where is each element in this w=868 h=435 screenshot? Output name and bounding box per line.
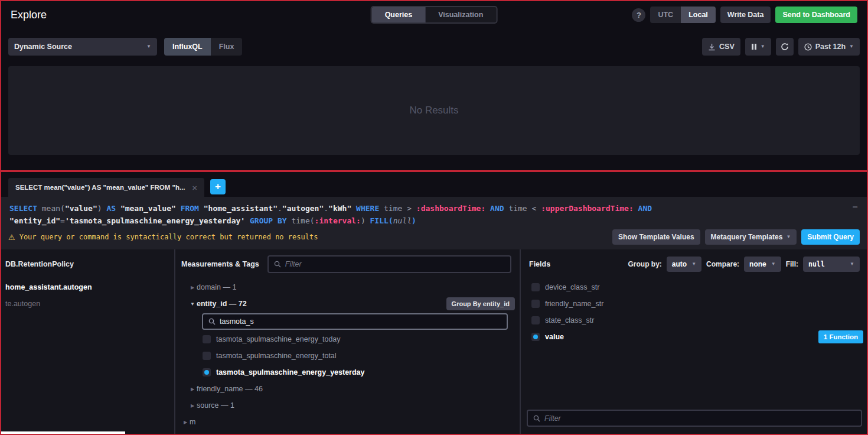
fields-filter <box>527 410 862 427</box>
help-icon[interactable]: ? <box>632 8 645 22</box>
download-icon <box>708 43 716 51</box>
tag-value-row[interactable]: tasmota_spulmaschine_energy_today <box>175 331 520 348</box>
flux-tab[interactable]: Flux <box>211 38 243 56</box>
pause-icon <box>751 43 757 50</box>
checkbox-checked-icon[interactable] <box>203 368 211 376</box>
field-row[interactable]: device_class_str <box>521 279 867 296</box>
status-actions: Show Template Values Metaquery Templates… <box>612 229 860 245</box>
tag-key-label: source — 1 <box>197 401 234 410</box>
checkbox-unchecked-icon[interactable] <box>531 316 540 324</box>
caret-right-icon: ▶ <box>181 420 190 425</box>
measurement-item[interactable]: ▶ m <box>175 414 520 430</box>
search-icon <box>533 415 540 422</box>
compare-dropdown[interactable]: none ▼ <box>744 257 781 272</box>
csv-label: CSV <box>719 43 735 51</box>
field-label: value <box>545 333 564 341</box>
tag-value-label: tasmota_spulmaschine_energy_yesterday <box>216 368 365 376</box>
send-to-dashboard-button[interactable]: Send to Dashboard <box>775 7 857 23</box>
compare-label: Compare: <box>706 260 739 268</box>
caret-right-icon: ▶ <box>188 285 197 290</box>
tag-key-entity-id[interactable]: ▼ entity_id — 72 Group By entity_id <box>175 296 520 312</box>
tag-key-label: friendly_name — 46 <box>197 385 263 393</box>
top-nav: Explore Queries Visualization ? UTC Loca… <box>1 1 867 28</box>
show-template-values-button[interactable]: Show Template Values <box>612 229 700 245</box>
csv-download-button[interactable]: CSV <box>702 38 740 56</box>
timezone-toggle: UTC Local <box>650 7 715 23</box>
influxql-tab[interactable]: InfluxQL <box>164 38 211 56</box>
function-count-badge[interactable]: 1 Function <box>818 330 863 343</box>
tab-visualization[interactable]: Visualization <box>425 7 496 22</box>
add-query-button[interactable]: + <box>210 179 226 194</box>
tag-value-row[interactable]: tasmota_spulmaschine_energy_yesterday <box>175 364 520 381</box>
close-icon[interactable]: × <box>192 183 197 192</box>
local-button[interactable]: Local <box>681 7 716 23</box>
measurements-column-header: Measurements & Tags <box>175 249 520 279</box>
query-tab[interactable]: SELECT mean("value") AS "mean_value" FRO… <box>8 178 204 197</box>
chevron-down-icon: ▼ <box>850 262 854 267</box>
chevron-down-icon: ▼ <box>761 44 765 49</box>
checkbox-unchecked-icon[interactable] <box>531 283 540 291</box>
refresh-icon <box>781 43 789 51</box>
query-editor[interactable]: SELECT mean("value") AS "mean_value" FRO… <box>1 197 867 229</box>
tag-key-source[interactable]: ▶ source — 1 <box>175 397 520 414</box>
compare-value: none <box>749 260 766 268</box>
measurements-filter-input[interactable] <box>285 260 505 268</box>
fields-column-header: Fields Group by: auto ▼ Compare: none ▼ … <box>521 249 867 279</box>
submit-query-button[interactable]: Submit Query <box>801 229 860 245</box>
checkbox-unchecked-icon[interactable] <box>203 335 211 343</box>
page-title: Explore <box>11 9 47 21</box>
group-by-label: Group by: <box>628 260 661 268</box>
checkbox-checked-icon[interactable] <box>531 333 540 341</box>
tag-key-friendly-name[interactable]: ▶ friendly_name — 46 <box>175 381 520 397</box>
refresh-button[interactable] <box>776 38 794 56</box>
measurements-filter <box>267 255 511 273</box>
fill-dropdown[interactable]: null ▼ <box>803 257 860 272</box>
db-column-header: DB.RetentionPolicy <box>1 249 174 279</box>
group-by-dropdown[interactable]: auto ▼ <box>667 257 701 272</box>
field-row[interactable]: friendly_name_str <box>521 296 867 312</box>
fields-filter-row <box>527 410 862 427</box>
warning-icon: ⚠ <box>8 233 15 242</box>
caret-right-icon: ▶ <box>188 403 197 408</box>
fields-column: Fields Group by: auto ▼ Compare: none ▼ … <box>520 249 867 434</box>
metaquery-templates-dropdown[interactable]: Metaquery Templates ▼ <box>705 229 797 245</box>
query-warning: ⚠ Your query or command is syntactically… <box>8 233 318 242</box>
caret-right-icon: ▶ <box>188 387 197 392</box>
tag-key-domain[interactable]: ▶ domain — 1 <box>175 279 520 296</box>
tag-value-search-input[interactable] <box>220 317 501 326</box>
fields-filter-input[interactable] <box>544 414 856 423</box>
metaquery-templates-label: Metaquery Templates <box>711 233 783 241</box>
field-row[interactable]: value 1 Function <box>521 329 867 345</box>
tag-value-row[interactable]: tasmota_spulmaschine_energy_total <box>175 348 520 364</box>
chevron-down-icon: ▼ <box>146 44 151 49</box>
db-item[interactable]: home_assistant.autogen <box>1 279 174 296</box>
explore-page: Explore Queries Visualization ? UTC Loca… <box>0 0 868 435</box>
minimize-editor-icon[interactable]: — <box>853 200 857 213</box>
graph-panel: No Results <box>8 66 860 155</box>
time-range-dropdown[interactable]: Past 12h ▼ <box>798 38 860 56</box>
toolbar-right-actions: CSV ▼ Past 12h ▼ <box>702 38 860 56</box>
checkbox-unchecked-icon[interactable] <box>203 352 211 360</box>
horizontal-scrollbar-thumb[interactable] <box>1 431 125 434</box>
query-language-toggle: InfluxQL Flux <box>164 38 242 56</box>
checkbox-unchecked-icon[interactable] <box>531 300 540 308</box>
chevron-down-icon: ▼ <box>786 235 791 239</box>
query-editor-code[interactable]: SELECT mean("value") AS "mean_value" FRO… <box>9 202 859 227</box>
chevron-down-icon: ▼ <box>771 262 776 267</box>
source-dropdown[interactable]: Dynamic Source ▼ <box>8 38 157 56</box>
tag-key-label: entity_id — 72 <box>197 300 247 308</box>
explore-toolbar: Dynamic Source ▼ InfluxQL Flux CSV ▼ Pas… <box>1 28 867 61</box>
field-row[interactable]: state_class_str <box>521 312 867 329</box>
tab-queries[interactable]: Queries <box>372 7 426 22</box>
write-data-button[interactable]: Write Data <box>720 7 771 23</box>
query-tab-bar: SELECT mean("value") AS "mean_value" FRO… <box>1 172 867 197</box>
db-retention-column: DB.RetentionPolicy home_assistant.autoge… <box>1 249 175 434</box>
fields-column-title: Fields <box>529 260 550 268</box>
clock-icon <box>804 43 812 51</box>
group-by-entity-id-button[interactable]: Group By entity_id <box>446 297 515 310</box>
pause-refresh-dropdown[interactable]: ▼ <box>745 38 771 56</box>
db-column-title: DB.RetentionPolicy <box>5 260 74 268</box>
db-item[interactable]: te.autogen <box>1 296 174 312</box>
field-label: state_class_str <box>545 316 594 324</box>
utc-button[interactable]: UTC <box>650 7 681 23</box>
